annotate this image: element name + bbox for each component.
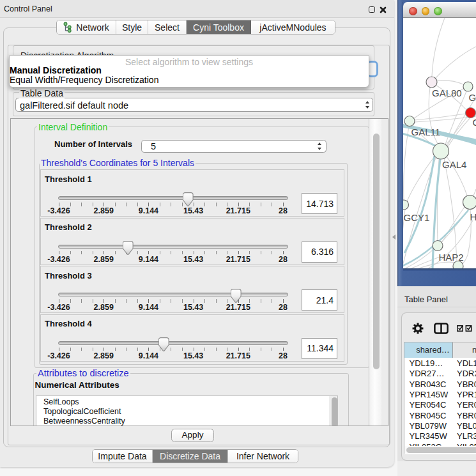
svg-text:GAL4: GAL4 — [442, 159, 466, 170]
svg-text:GAL80: GAL80 — [432, 88, 462, 98]
svg-text:GAL: GAL — [469, 92, 476, 103]
svg-text:GAL11: GAL11 — [411, 127, 441, 137]
svg-text:GCY1: GCY1 — [404, 212, 430, 223]
svg-text:HAP2: HAP2 — [439, 252, 464, 263]
svg-text:HA: HA — [470, 211, 476, 222]
svg-text:CA: CA — [473, 117, 476, 128]
